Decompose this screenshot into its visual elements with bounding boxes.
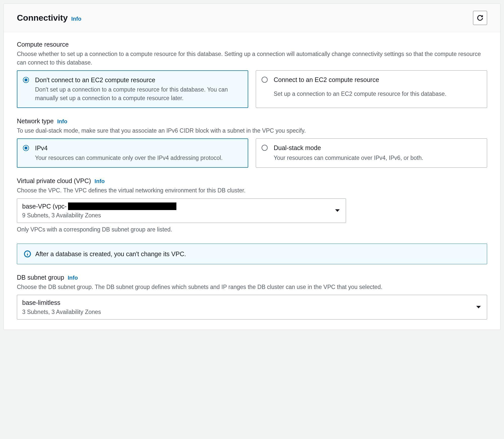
select-subnet-group[interactable]: base-limitless 3 Subnets, 3 Availability… (17, 295, 487, 319)
tile-title: Dual-stack mode (274, 143, 481, 153)
section-subnet-group: DB subnet group Info Choose the DB subne… (17, 273, 487, 319)
tile-dont-connect-ec2[interactable]: Don't connect to an EC2 compute resource… (17, 70, 248, 108)
refresh-button[interactable] (473, 11, 487, 25)
label-network-type: Network type Info (17, 116, 487, 126)
section-vpc: Virtual private cloud (VPC) Info Choose … (17, 176, 487, 264)
info-link-vpc[interactable]: Info (94, 177, 105, 185)
tile-title: Don't connect to an EC2 compute resource (35, 75, 242, 84)
svg-point-2 (27, 252, 28, 253)
label-compute-resource: Compute resource (17, 40, 487, 49)
select-vpc-value-prefix: base-VPC (vpc- (22, 202, 67, 211)
tile-desc: Your resources can communicate only over… (35, 154, 242, 162)
refresh-icon (477, 14, 484, 21)
alert-vpc: After a database is created, you can't c… (17, 244, 487, 264)
redacted-vpc-id (68, 202, 176, 210)
info-link-subnet-group[interactable]: Info (68, 274, 78, 282)
tile-ipv4[interactable]: IPv4 Your resources can communicate only… (17, 138, 248, 168)
radio-icon (23, 77, 29, 83)
tile-desc: Your resources can communicate over IPv4… (274, 154, 481, 162)
tile-connect-ec2[interactable]: Connect to an EC2 compute resource Set u… (256, 70, 487, 108)
label-subnet-group: DB subnet group Info (17, 273, 487, 282)
radio-icon (262, 77, 268, 83)
desc-subnet-group: Choose the DB subnet group. The DB subne… (17, 283, 487, 291)
helper-vpc: Only VPCs with a corresponding DB subnet… (17, 225, 487, 234)
select-vpc[interactable]: base-VPC (vpc- 9 Subnets, 3 Availability… (17, 198, 346, 223)
label-subnet-group-text: DB subnet group (17, 273, 64, 282)
select-subnet-group-value: base-limitless (22, 298, 473, 307)
info-link-header[interactable]: Info (71, 15, 81, 23)
panel-title-wrap: Connectivity Info (17, 12, 81, 24)
label-vpc-text: Virtual private cloud (VPC) (17, 176, 91, 185)
tile-dual-stack[interactable]: Dual-stack mode Your resources can commu… (256, 138, 487, 168)
caret-down-icon (476, 306, 481, 308)
section-compute-resource: Compute resource Choose whether to set u… (17, 40, 487, 108)
panel-body: Compute resource Choose whether to set u… (4, 32, 500, 330)
radio-icon (23, 145, 29, 151)
radio-icon (262, 145, 268, 151)
tile-desc: Don't set up a connection to a compute r… (35, 85, 242, 102)
tile-title: IPv4 (35, 143, 242, 153)
tile-title: Connect to an EC2 compute resource (274, 75, 481, 89)
desc-network-type: To use dual-stack mode, make sure that y… (17, 127, 487, 135)
select-vpc-sub: 9 Subnets, 3 Availability Zones (22, 211, 332, 220)
label-compute-resource-text: Compute resource (17, 40, 69, 49)
tiles-compute-resource: Don't connect to an EC2 compute resource… (17, 70, 487, 108)
info-icon (24, 250, 31, 258)
section-network-type: Network type Info To use dual-stack mode… (17, 116, 487, 168)
label-network-type-text: Network type (17, 116, 54, 126)
desc-compute-resource: Choose whether to set up a connection to… (17, 50, 487, 67)
caret-down-icon (335, 209, 340, 212)
select-vpc-value: base-VPC (vpc- (22, 202, 332, 211)
info-link-network-type[interactable]: Info (57, 118, 67, 126)
panel-header: Connectivity Info (4, 4, 500, 32)
tile-desc: Set up a connection to an EC2 compute re… (274, 90, 481, 103)
desc-vpc: Choose the VPC. The VPC defines the virt… (17, 186, 487, 195)
select-subnet-group-sub: 3 Subnets, 3 Availability Zones (22, 308, 473, 316)
connectivity-panel: Connectivity Info Compute resource Choos… (4, 4, 500, 330)
alert-vpc-text: After a database is created, you can't c… (35, 249, 186, 258)
panel-title: Connectivity (17, 12, 68, 24)
tiles-network-type: IPv4 Your resources can communicate only… (17, 138, 487, 168)
label-vpc: Virtual private cloud (VPC) Info (17, 176, 487, 185)
